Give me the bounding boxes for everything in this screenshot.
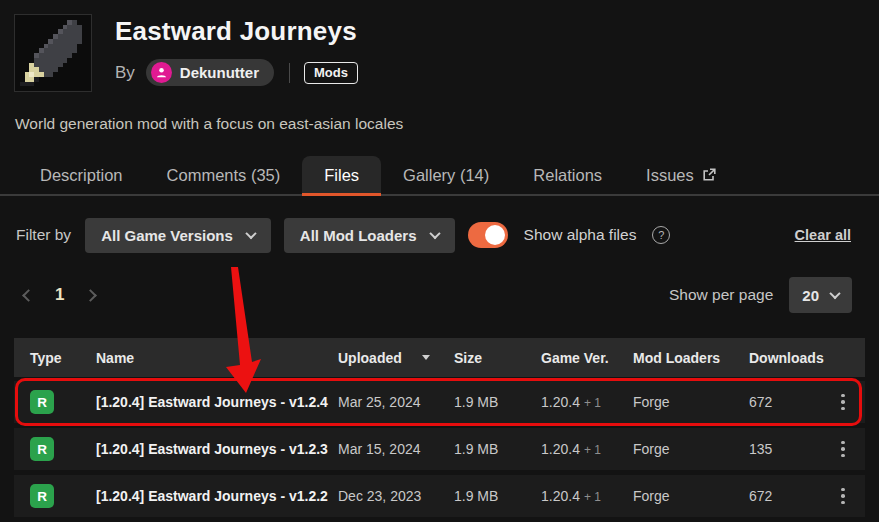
tab-relations[interactable]: Relations [511,156,624,194]
person-icon [151,62,172,83]
table-row[interactable]: R [1.20.4] Eastward Journeys - v1.2.2 De… [14,475,865,517]
file-game-ver: 1.20.4+ 1 [541,441,633,457]
pager-row: 1 Show per page 20 [16,277,852,313]
mod-loaders-value: All Mod Loaders [300,227,417,244]
file-size: 1.9 MB [454,488,541,504]
kebab-icon[interactable] [833,484,853,509]
filter-by-label: Filter by [16,226,71,244]
mod-icon [14,14,92,92]
feather-pixel-art-icon [15,15,91,91]
show-alpha-files-toggle[interactable] [468,222,508,248]
question-mark-icon[interactable]: ? [652,226,670,244]
kebab-icon[interactable] [833,437,853,462]
triangle-down-icon [422,355,430,360]
author-name: Dekunutter [180,64,259,81]
file-name: [1.20.4] Eastward Journeys - v1.2.4 [96,394,338,410]
page-number[interactable]: 1 [55,285,64,305]
tab-comments-35[interactable]: Comments (35) [145,156,303,194]
release-type-badge: R [30,437,54,461]
file-uploaded: Mar 25, 2024 [338,394,454,410]
toggle-knob [485,225,505,245]
tab-gallery-14[interactable]: Gallery (14) [381,156,511,194]
table-row-highlighted[interactable]: R [1.20.4] Eastward Journeys - v1.2.4 Ma… [14,381,865,423]
mod-loaders-dropdown[interactable]: All Mod Loaders [284,218,455,253]
mod-header: Eastward Journeys By Dekunutter Mods [14,14,358,92]
release-type-badge: R [30,484,54,508]
by-label: By [115,63,135,83]
col-downloads: Downloads [749,350,821,366]
release-type-badge: R [30,390,54,414]
mod-files-page: Eastward Journeys By Dekunutter Mods Wor… [0,0,879,522]
show-alpha-files-label: Show alpha files [524,226,637,244]
tab-bar: DescriptionComments (35)FilesGallery (14… [0,156,879,196]
mod-description: World generation mod with a focus on eas… [15,115,403,133]
chevron-down-icon [429,228,440,239]
file-name: [1.20.4] Eastward Journeys - v1.2.2 [96,488,338,504]
prev-page-button[interactable] [22,289,35,302]
game-versions-value: All Game Versions [101,227,233,244]
page-title: Eastward Journeys [115,16,358,47]
author-pill[interactable]: Dekunutter [146,59,274,86]
file-game-ver: 1.20.4+ 1 [541,488,633,504]
next-page-button[interactable] [85,289,98,302]
tab-issues[interactable]: Issues [624,156,738,194]
chevron-down-icon [245,228,256,239]
table-body: R [1.20.4] Eastward Journeys - v1.2.4 Ma… [14,377,865,522]
chevron-down-icon [829,288,840,299]
file-name: [1.20.4] Eastward Journeys - v1.2.3 [96,441,338,457]
clear-all-link[interactable]: Clear all [795,227,851,243]
col-uploaded[interactable]: Uploaded [338,350,454,366]
files-table: Type Name Uploaded Size Game Ver. Mod Lo… [14,338,865,522]
category-badge[interactable]: Mods [304,62,358,84]
divider [289,63,290,83]
per-page-value: 20 [802,287,819,304]
file-size: 1.9 MB [454,441,541,457]
table-row[interactable]: R [1.20.4] Eastward Journeys - v1.2.3 Ma… [14,428,865,470]
col-game-ver: Game Ver. [541,350,633,366]
file-mod-loaders: Forge [633,488,749,504]
file-mod-loaders: Forge [633,441,749,457]
kebab-icon[interactable] [833,390,853,415]
per-page-dropdown[interactable]: 20 [789,277,852,313]
external-link-icon [702,168,716,182]
show-per-page-label: Show per page [669,286,773,304]
game-versions-dropdown[interactable]: All Game Versions [85,218,271,253]
tab-description[interactable]: Description [18,156,145,194]
file-size: 1.9 MB [454,394,541,410]
file-downloads: 135 [749,441,821,457]
file-game-ver: 1.20.4+ 1 [541,394,633,410]
file-downloads: 672 [749,488,821,504]
file-mod-loaders: Forge [633,394,749,410]
col-name: Name [96,350,338,366]
table-header: Type Name Uploaded Size Game Ver. Mod Lo… [14,338,865,377]
filter-row: Filter by All Game Versions All Mod Load… [16,217,851,253]
file-uploaded: Mar 15, 2024 [338,441,454,457]
byline: By Dekunutter Mods [115,59,358,86]
tab-files[interactable]: Files [302,156,381,194]
col-size: Size [454,350,541,366]
file-uploaded: Dec 23, 2023 [338,488,454,504]
file-downloads: 672 [749,394,821,410]
col-type: Type [30,350,96,366]
col-mod-loaders: Mod Loaders [633,350,749,366]
